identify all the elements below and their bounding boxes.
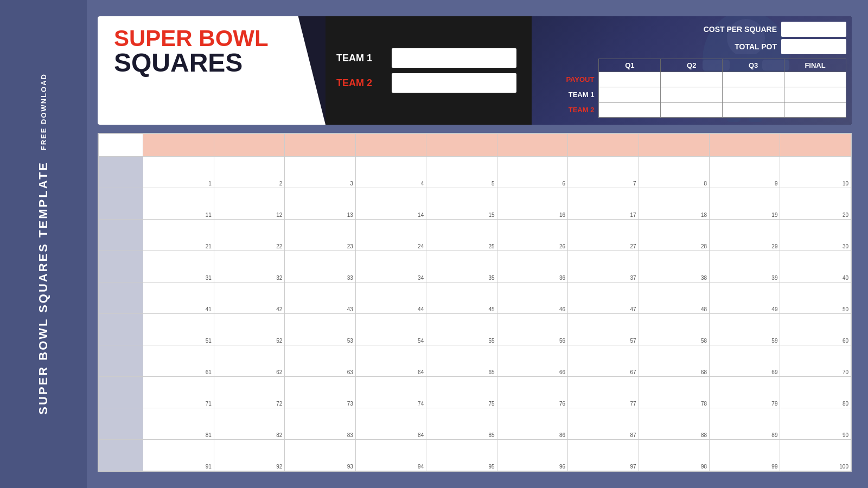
col-header-8[interactable] bbox=[710, 134, 780, 157]
square-10[interactable]: 10 bbox=[780, 157, 851, 188]
square-56[interactable]: 56 bbox=[497, 314, 567, 345]
square-37[interactable]: 37 bbox=[568, 251, 639, 282]
square-8[interactable]: 8 bbox=[639, 157, 709, 188]
square-43[interactable]: 43 bbox=[285, 282, 355, 314]
square-25[interactable]: 25 bbox=[426, 220, 497, 251]
square-55[interactable]: 55 bbox=[426, 314, 497, 345]
col-header-1[interactable] bbox=[214, 134, 284, 157]
square-63[interactable]: 63 bbox=[285, 345, 355, 376]
team2-input[interactable] bbox=[392, 73, 516, 93]
square-11[interactable]: 11 bbox=[143, 188, 214, 220]
square-66[interactable]: 66 bbox=[497, 345, 567, 376]
square-32[interactable]: 32 bbox=[214, 251, 284, 282]
square-86[interactable]: 86 bbox=[497, 408, 567, 439]
square-97[interactable]: 97 bbox=[568, 439, 639, 471]
square-40[interactable]: 40 bbox=[780, 251, 851, 282]
square-51[interactable]: 51 bbox=[143, 314, 214, 345]
square-2[interactable]: 2 bbox=[214, 157, 284, 188]
square-44[interactable]: 44 bbox=[355, 282, 426, 314]
square-23[interactable]: 23 bbox=[285, 220, 355, 251]
square-98[interactable]: 98 bbox=[639, 439, 709, 471]
square-96[interactable]: 96 bbox=[497, 439, 567, 471]
square-100[interactable]: 100 bbox=[780, 439, 851, 471]
square-62[interactable]: 62 bbox=[214, 345, 284, 376]
payout-q3[interactable] bbox=[723, 72, 784, 87]
row-header-1[interactable] bbox=[99, 188, 143, 220]
square-9[interactable]: 9 bbox=[710, 157, 780, 188]
square-78[interactable]: 78 bbox=[639, 376, 709, 408]
team1-final-score[interactable] bbox=[784, 87, 846, 102]
team1-q2-score[interactable] bbox=[661, 87, 723, 102]
square-73[interactable]: 73 bbox=[285, 376, 355, 408]
square-61[interactable]: 61 bbox=[143, 345, 214, 376]
square-64[interactable]: 64 bbox=[355, 345, 426, 376]
square-38[interactable]: 38 bbox=[639, 251, 709, 282]
square-59[interactable]: 59 bbox=[710, 314, 780, 345]
square-31[interactable]: 31 bbox=[143, 251, 214, 282]
row-header-3[interactable] bbox=[99, 251, 143, 282]
square-49[interactable]: 49 bbox=[710, 282, 780, 314]
square-68[interactable]: 68 bbox=[639, 345, 709, 376]
square-71[interactable]: 71 bbox=[143, 376, 214, 408]
square-88[interactable]: 88 bbox=[639, 408, 709, 439]
square-50[interactable]: 50 bbox=[780, 282, 851, 314]
square-79[interactable]: 79 bbox=[710, 376, 780, 408]
square-82[interactable]: 82 bbox=[214, 408, 284, 439]
team2-q3-score[interactable] bbox=[723, 102, 784, 118]
square-3[interactable]: 3 bbox=[285, 157, 355, 188]
square-20[interactable]: 20 bbox=[780, 188, 851, 220]
square-21[interactable]: 21 bbox=[143, 220, 214, 251]
square-29[interactable]: 29 bbox=[710, 220, 780, 251]
square-53[interactable]: 53 bbox=[285, 314, 355, 345]
square-60[interactable]: 60 bbox=[780, 314, 851, 345]
square-4[interactable]: 4 bbox=[355, 157, 426, 188]
square-17[interactable]: 17 bbox=[568, 188, 639, 220]
square-13[interactable]: 13 bbox=[285, 188, 355, 220]
total-pot-input[interactable] bbox=[781, 39, 846, 54]
square-18[interactable]: 18 bbox=[639, 188, 709, 220]
payout-q1[interactable] bbox=[599, 72, 661, 87]
square-93[interactable]: 93 bbox=[285, 439, 355, 471]
square-80[interactable]: 80 bbox=[780, 376, 851, 408]
square-91[interactable]: 91 bbox=[143, 439, 214, 471]
team2-q2-score[interactable] bbox=[661, 102, 723, 118]
square-75[interactable]: 75 bbox=[426, 376, 497, 408]
square-57[interactable]: 57 bbox=[568, 314, 639, 345]
team1-input[interactable] bbox=[392, 48, 516, 68]
square-14[interactable]: 14 bbox=[355, 188, 426, 220]
row-header-7[interactable] bbox=[99, 376, 143, 408]
square-34[interactable]: 34 bbox=[355, 251, 426, 282]
square-30[interactable]: 30 bbox=[780, 220, 851, 251]
col-header-3[interactable] bbox=[355, 134, 426, 157]
square-36[interactable]: 36 bbox=[497, 251, 567, 282]
square-69[interactable]: 69 bbox=[710, 345, 780, 376]
square-90[interactable]: 90 bbox=[780, 408, 851, 439]
square-76[interactable]: 76 bbox=[497, 376, 567, 408]
row-header-2[interactable] bbox=[99, 220, 143, 251]
square-48[interactable]: 48 bbox=[639, 282, 709, 314]
square-85[interactable]: 85 bbox=[426, 408, 497, 439]
col-header-2[interactable] bbox=[285, 134, 355, 157]
col-header-5[interactable] bbox=[497, 134, 567, 157]
square-35[interactable]: 35 bbox=[426, 251, 497, 282]
square-42[interactable]: 42 bbox=[214, 282, 284, 314]
col-header-9[interactable] bbox=[780, 134, 851, 157]
square-83[interactable]: 83 bbox=[285, 408, 355, 439]
square-45[interactable]: 45 bbox=[426, 282, 497, 314]
square-74[interactable]: 74 bbox=[355, 376, 426, 408]
payout-q2[interactable] bbox=[661, 72, 723, 87]
square-87[interactable]: 87 bbox=[568, 408, 639, 439]
team1-q1-score[interactable] bbox=[599, 87, 661, 102]
row-header-0[interactable] bbox=[99, 157, 143, 188]
team1-q3-score[interactable] bbox=[723, 87, 784, 102]
row-header-8[interactable] bbox=[99, 408, 143, 439]
team2-q1-score[interactable] bbox=[599, 102, 661, 118]
square-95[interactable]: 95 bbox=[426, 439, 497, 471]
square-46[interactable]: 46 bbox=[497, 282, 567, 314]
square-15[interactable]: 15 bbox=[426, 188, 497, 220]
team2-final-score[interactable] bbox=[784, 102, 846, 118]
square-19[interactable]: 19 bbox=[710, 188, 780, 220]
square-24[interactable]: 24 bbox=[355, 220, 426, 251]
square-99[interactable]: 99 bbox=[710, 439, 780, 471]
square-7[interactable]: 7 bbox=[568, 157, 639, 188]
